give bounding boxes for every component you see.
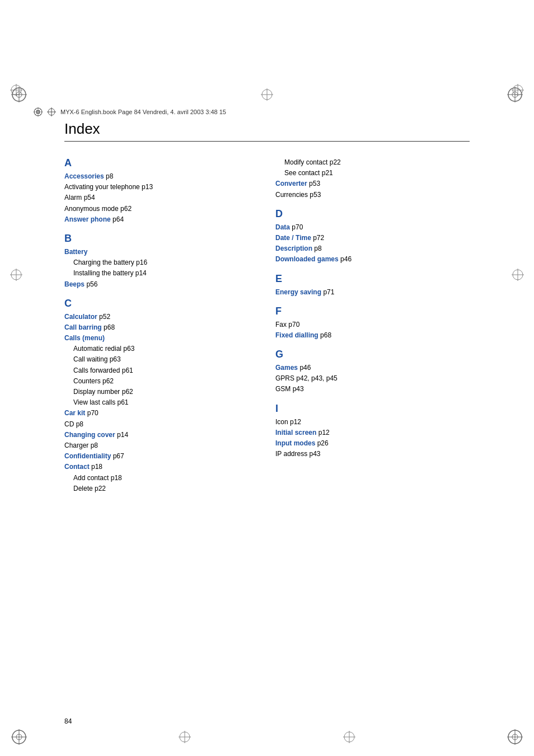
entry-contact: Contact p18 xyxy=(64,462,259,472)
crosshair-bottom-right xyxy=(343,731,355,743)
crosshair-small-icon xyxy=(47,107,56,116)
entry-counters: Counters p62 xyxy=(64,376,259,387)
entry-accessories: Accessories p8 xyxy=(64,171,259,182)
entry-calculator: Calculator p52 xyxy=(64,312,259,322)
section-G-entries: Games p46 GPRS p42, p43, p45 GSM p43 xyxy=(275,363,470,395)
col-right: Modify contact p22 See contact p21 Conve… xyxy=(275,149,470,494)
compass-icon xyxy=(34,107,43,116)
entry-add-contact: Add contact p18 xyxy=(64,473,259,483)
entry-modify-contact: Modify contact p22 xyxy=(275,157,470,168)
index-columns: A Accessories p8 Activating your telepho… xyxy=(64,149,470,494)
section-F-header: F xyxy=(275,306,470,317)
entry-activating: Activating your telephone p13 xyxy=(64,182,259,192)
entry-calls-forwarded: Calls forwarded p61 xyxy=(64,365,259,376)
entry-gsm: GSM p43 xyxy=(275,384,470,395)
entry-currencies: Currencies p53 xyxy=(275,190,470,200)
entry-beeps: Beeps p56 xyxy=(64,279,259,290)
entry-answer-phone: Answer phone p64 xyxy=(64,214,259,225)
entry-auto-redial: Automatic redial p63 xyxy=(64,344,259,354)
entry-date-time: Date / Time p72 xyxy=(275,233,470,243)
entry-anonymous: Anonymous mode p62 xyxy=(64,204,259,214)
entry-charger: Charger p8 xyxy=(64,440,259,451)
entry-display-number: Display number p62 xyxy=(64,387,259,397)
entry-car-kit: Car kit p70 xyxy=(64,408,259,419)
corner-circle-bl xyxy=(11,729,27,745)
reg-mark-right-mid xyxy=(512,269,524,283)
section-I-header: I xyxy=(275,403,470,415)
section-G-header: G xyxy=(275,349,470,360)
reg-mark-left-mid xyxy=(10,269,22,283)
entry-call-waiting: Call waiting p63 xyxy=(64,354,259,365)
crosshair-top-center xyxy=(261,88,273,101)
file-info-bar: MYX-6 English.book Page 84 Vendredi, 4. … xyxy=(34,107,500,116)
entry-confidentiality: Confidentiality p67 xyxy=(64,451,259,462)
section-E-entries: Energy saving p71 xyxy=(275,287,470,298)
entry-calls-menu: Calls (menu) xyxy=(64,333,259,344)
corner-circle-br xyxy=(507,729,523,745)
entry-ip-address: IP address p43 xyxy=(275,449,470,459)
section-C-right-entries: Modify contact p22 See contact p21 Conve… xyxy=(275,157,470,200)
entry-delete: Delete p22 xyxy=(64,483,259,494)
entry-downloaded-games: Downloaded games p46 xyxy=(275,254,470,265)
col-left: A Accessories p8 Activating your telepho… xyxy=(64,149,259,494)
entry-data: Data p70 xyxy=(275,222,470,233)
entry-gprs: GPRS p42, p43, p45 xyxy=(275,373,470,384)
section-I-entries: Icon p12 Initial screen p12 Input modes … xyxy=(275,417,470,460)
entry-icon: Icon p12 xyxy=(275,417,470,428)
page-number: 84 xyxy=(64,717,72,725)
page-title: Index xyxy=(64,120,470,142)
section-C-header: C xyxy=(64,298,259,309)
section-B-header: B xyxy=(64,233,259,245)
entry-fixed-dialling: Fixed dialling p68 xyxy=(275,330,470,341)
reg-mark-right-top xyxy=(512,84,524,98)
entry-fax: Fax p70 xyxy=(275,320,470,330)
section-B-entries: Battery Charging the battery p16 Install… xyxy=(64,247,259,290)
section-E-header: E xyxy=(275,273,470,285)
entry-cd: CD p8 xyxy=(64,419,259,430)
section-A-header: A xyxy=(64,157,259,169)
entry-alarm: Alarm p54 xyxy=(64,192,259,203)
entry-installing: Installing the battery p14 xyxy=(64,268,259,279)
section-D-header: D xyxy=(275,208,470,220)
entry-input-modes: Input modes p26 xyxy=(275,438,470,449)
section-F-entries: Fax p70 Fixed dialling p68 xyxy=(275,320,470,341)
crosshair-bottom-center xyxy=(179,731,191,743)
section-A-entries: Accessories p8 Activating your telephone… xyxy=(64,171,259,225)
entry-converter: Converter p53 xyxy=(275,179,470,189)
entry-charging: Charging the battery p16 xyxy=(64,257,259,268)
entry-see-contact: See contact p21 xyxy=(275,168,470,179)
entry-games: Games p46 xyxy=(275,363,470,373)
entry-description: Description p8 xyxy=(275,243,470,254)
file-info-text: MYX-6 English.book Page 84 Vendredi, 4. … xyxy=(60,109,226,115)
entry-initial-screen: Initial screen p12 xyxy=(275,428,470,438)
section-D-entries: Data p70 Date / Time p72 Description p8 … xyxy=(275,222,470,265)
main-content: Index A Accessories p8 Activating your t… xyxy=(64,120,470,711)
entry-view-last-calls: View last calls p61 xyxy=(64,397,259,408)
section-C-entries: Calculator p52 Call barring p68 Calls (m… xyxy=(64,312,259,494)
entry-call-barring: Call barring p68 xyxy=(64,322,259,333)
entry-energy-saving: Energy saving p71 xyxy=(275,287,470,298)
entry-changing-cover: Changing cover p14 xyxy=(64,430,259,440)
bottom-marks-row xyxy=(0,729,534,745)
corner-circle-tl xyxy=(11,87,27,102)
entry-battery: Battery xyxy=(64,247,259,257)
top-marks-row xyxy=(0,87,534,102)
